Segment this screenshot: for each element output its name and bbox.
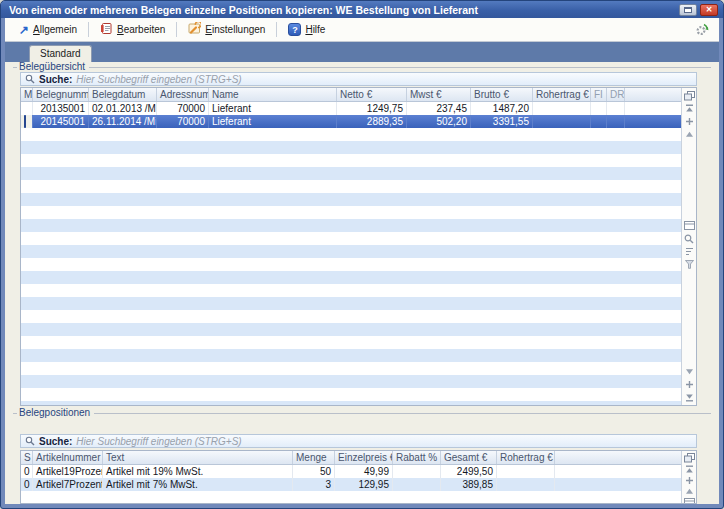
empty-rows-area [21,128,681,405]
column-header-m[interactable]: M [21,88,33,101]
titlebar: Von einem oder mehreren Belegen einzelne… [1,1,723,18]
overview-search-bar[interactable]: Suche: Hier Suchbegriff eingeben (STRG+S… [20,72,697,86]
belegpositionen-label: Belegpositionen [17,408,94,418]
column-header-brutto[interactable]: Brutto € [471,88,533,101]
scroll-down-icon[interactable] [684,366,695,377]
scroll-top-icon[interactable] [684,465,695,474]
scroll-bottom-icon[interactable] [684,392,695,403]
positions-search-bar[interactable]: Suche: Hier Suchbegriff eingeben (STRG+S… [20,434,697,448]
hilfe-button[interactable]: ? Hilfe [280,20,333,39]
help-icon: ? [288,23,301,36]
notebook-icon [100,22,113,37]
selected-row-marker-icon [24,115,26,128]
column-header-menge[interactable]: Menge [293,451,335,464]
column-header-text[interactable]: Text [103,451,293,464]
zoom-icon[interactable] [684,233,695,244]
beleguebersicht-group: Suche: Hier Suchbegriff eingeben (STRG+S… [20,72,697,406]
move-up-icon[interactable] [684,116,695,127]
card-view-icon[interactable] [684,498,695,503]
window-controls: ✕ [679,4,718,16]
column-header-mwst[interactable]: Mwst € [407,88,471,101]
tab-standard[interactable]: Standard [29,45,92,62]
column-header-adressnummer[interactable]: Adressnumm [157,88,209,101]
positions-grid-toolstrip [681,451,696,503]
move-up-icon[interactable] [684,476,695,485]
refresh-icon[interactable] [694,22,710,37]
table-row[interactable]: 0 Artikel19Prozent Artikel mit 19% MwSt.… [21,465,681,478]
column-header-netto[interactable]: Netto € [337,88,407,101]
belegpositionen-group-header: Belegpositionen [13,408,711,418]
move-down-icon[interactable] [684,379,695,390]
window-body: ↗ Allgemein Bearbeiten Einstellungen ? H… [5,18,719,504]
toolbar-separator [276,22,277,37]
positions-grid: S Artikelnummer Text Menge Einzelpreis €… [20,450,697,504]
beleguebersicht-group-header: Belegübersicht [13,62,711,72]
search-label: Suche: [39,436,72,447]
positions-grid-header: S Artikelnummer Text Menge Einzelpreis €… [21,451,681,465]
restore-window-button[interactable] [679,4,697,16]
wrench-icon [188,22,201,37]
column-header-rohertrag[interactable]: Rohertrag € [533,88,591,101]
scroll-up-icon[interactable] [684,487,695,496]
overview-grid: M Belegnumme Belegdatum Adressnumm Name … [20,87,697,406]
overview-grid-header: M Belegnumme Belegdatum Adressnumm Name … [21,88,681,102]
einstellungen-button[interactable]: Einstellungen [180,19,273,40]
column-chooser-icon[interactable] [684,453,695,463]
allgemein-button[interactable]: ↗ Allgemein [11,21,85,38]
group-divider [89,67,711,68]
belegpositionen-group: Suche: Hier Suchbegriff eingeben (STRG+S… [20,420,697,504]
search-icon [25,70,35,88]
table-row[interactable]: 0 Artikel7Prozent Artikel mit 7% MwSt. 3… [21,478,681,491]
search-icon [25,432,35,450]
table-row-selected[interactable]: 20145001 26.11.2014 /Mi 70000 Lieferant … [21,115,681,128]
column-header-fi[interactable]: FI [591,88,607,101]
window-title: Von einem oder mehreren Belegen einzelne… [9,4,679,16]
positions-search-placeholder: Hier Suchbegriff eingeben (STRG+S) [76,436,241,447]
arrow-up-right-icon: ↗ [19,25,29,35]
tab-strip: Standard [5,42,719,62]
empty-rows-area [21,491,681,503]
column-header-einzelpreis[interactable]: Einzelpreis € [335,451,393,464]
overview-search-placeholder: Hier Suchbegriff eingeben (STRG+S) [76,74,241,85]
column-header-rabatt[interactable]: Rabatt % [393,451,441,464]
search-label: Suche: [39,74,72,85]
toolbar-separator [88,22,89,37]
main-content: Belegübersicht Suche: Hier Suchbegriff e… [5,62,719,504]
bearbeiten-button[interactable]: Bearbeiten [92,19,173,40]
scroll-up-icon[interactable] [684,129,695,140]
scroll-top-icon[interactable] [684,103,695,114]
column-chooser-icon[interactable] [684,90,695,101]
group-divider [94,413,711,414]
table-row[interactable]: 20135001 02.01.2013 /Mi 70000 Lieferant … [21,102,681,115]
column-header-artikelnummer[interactable]: Artikelnummer [33,451,103,464]
toolbar-separator [176,22,177,37]
toolbar: ↗ Allgemein Bearbeiten Einstellungen ? H… [5,18,719,42]
column-header-name[interactable]: Name [209,88,337,101]
column-header-gesamt[interactable]: Gesamt € [441,451,497,464]
column-header-belegdatum[interactable]: Belegdatum [89,88,157,101]
column-header-rohertrag[interactable]: Rohertrag € [497,451,555,464]
app-window: Von einem oder mehreren Belegen einzelne… [0,0,724,509]
restore-window-icon [684,7,692,13]
column-header-dr[interactable]: DR [607,88,625,101]
column-header-s[interactable]: S [21,451,33,464]
sort-icon[interactable] [684,246,695,257]
card-view-icon[interactable] [684,220,695,231]
overview-grid-toolstrip [681,88,696,405]
close-button[interactable]: ✕ [700,4,718,16]
column-header-belegnummer[interactable]: Belegnumme [33,88,89,101]
filter-icon[interactable] [684,259,695,270]
